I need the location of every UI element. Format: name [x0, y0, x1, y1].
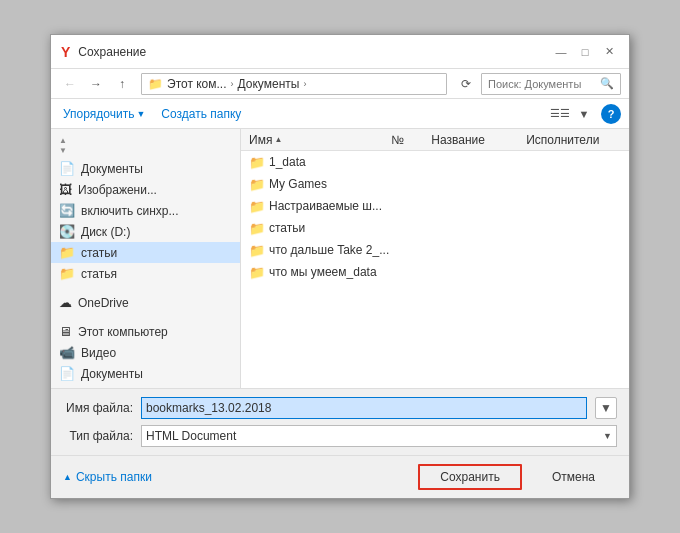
sidebar-item-label: статья — [81, 267, 232, 281]
search-icon: 🔍 — [600, 77, 614, 90]
documents-icon: 📄 — [59, 366, 75, 381]
folder-icon: 📁 — [249, 155, 265, 170]
file-name: что мы умеем_data — [269, 265, 398, 279]
list-view-button[interactable]: ☰☰ — [549, 103, 571, 125]
sidebar-item-video[interactable]: 📹 Видео — [51, 342, 240, 363]
filetype-row: Тип файла: HTML Document ▼ — [63, 425, 617, 447]
file-name: статьи — [269, 221, 398, 235]
file-row[interactable]: 📁 что мы умеем_data — [241, 261, 629, 283]
computer-icon: 🖥 — [59, 324, 72, 339]
window-controls: — □ ✕ — [551, 42, 619, 62]
action-buttons: Сохранить Отмена — [418, 464, 617, 490]
sidebar: ▲ ▼ 📄 Документы 🖼 Изображени... 🔄 включи… — [51, 129, 241, 388]
save-dialog: Y Сохранение — □ ✕ ← → ↑ 📁 Этот ком... ›… — [50, 34, 630, 499]
sidebar-item-label: Видео — [81, 346, 232, 360]
sidebar-item-sync[interactable]: 🔄 включить синхр... — [51, 200, 240, 221]
up-button[interactable]: ↑ — [111, 73, 133, 95]
folder-icon: 📁 — [59, 266, 75, 281]
sidebar-item-documents2[interactable]: 📄 Документы — [51, 363, 240, 384]
folder-icon: 📁 — [59, 245, 75, 260]
file-row[interactable]: 📁 1_data — [241, 151, 629, 173]
filetype-dropdown-icon: ▼ — [603, 431, 612, 441]
sidebar-item-images[interactable]: 🖼 Изображени... — [51, 179, 240, 200]
folder-icon: 📁 — [249, 199, 265, 214]
address-bar[interactable]: 📁 Этот ком... › Документы › — [141, 73, 447, 95]
refresh-button[interactable]: ⟳ — [455, 73, 477, 95]
sidebar-scroll-down[interactable]: ▼ — [59, 146, 67, 155]
sidebar-scroll-up[interactable]: ▲ — [59, 136, 67, 145]
arrange-button[interactable]: Упорядочить ▼ — [59, 105, 149, 123]
filename-dropdown-button[interactable]: ▼ — [595, 397, 617, 419]
sync-icon: 🔄 — [59, 203, 75, 218]
filename-input[interactable] — [141, 397, 587, 419]
disk-icon: 💽 — [59, 224, 75, 239]
file-row[interactable]: 📁 статьи — [241, 217, 629, 239]
create-folder-button[interactable]: Создать папку — [157, 105, 245, 123]
close-button[interactable]: ✕ — [599, 42, 619, 62]
file-row[interactable]: 📁 My Games — [241, 173, 629, 195]
column-num[interactable]: № — [391, 133, 431, 147]
column-title[interactable]: Название — [431, 133, 526, 147]
sidebar-divider — [51, 284, 240, 292]
file-row[interactable]: 📁 что дальше Take 2_... — [241, 239, 629, 261]
folder-icon: 📁 — [249, 177, 265, 192]
search-input[interactable] — [488, 78, 596, 90]
column-name[interactable]: Имя ▲ — [249, 133, 391, 147]
hide-folders-label: Скрыть папки — [76, 470, 152, 484]
folder-icon: 📁 — [249, 221, 265, 236]
address-folder-icon: 📁 — [148, 77, 163, 91]
onedrive-icon: ☁ — [59, 295, 72, 310]
sidebar-item-label: статьи — [81, 246, 232, 260]
address-part1: Этот ком... — [167, 77, 227, 91]
column-title-label: Название — [431, 133, 485, 147]
view-buttons: ☰☰ ▼ ? — [549, 103, 621, 125]
bottom-bar: Имя файла: ▼ Тип файла: HTML Document ▼ — [51, 388, 629, 455]
search-box[interactable]: 🔍 — [481, 73, 621, 95]
folder-icon: 📁 — [249, 243, 265, 258]
arrange-label: Упорядочить — [63, 107, 134, 121]
sidebar-item-this-pc[interactable]: 🖥 Этот компьютер — [51, 321, 240, 342]
sidebar-divider — [51, 313, 240, 321]
column-num-label: № — [391, 133, 404, 147]
filename-label: Имя файла: — [63, 401, 133, 415]
forward-button[interactable]: → — [85, 73, 107, 95]
sidebar-item-label: включить синхр... — [81, 204, 232, 218]
hide-folders-button[interactable]: ▲ Скрыть папки — [63, 470, 152, 484]
column-artist-label: Исполнители — [526, 133, 599, 147]
sidebar-item-stati[interactable]: 📁 статьи — [51, 242, 240, 263]
navigation-toolbar: ← → ↑ 📁 Этот ком... › Документы › ⟳ 🔍 — [51, 69, 629, 99]
column-name-label: Имя — [249, 133, 272, 147]
main-content: ▲ ▼ 📄 Документы 🖼 Изображени... 🔄 включи… — [51, 129, 629, 388]
sidebar-header: ▲ ▼ — [51, 133, 240, 158]
save-button[interactable]: Сохранить — [418, 464, 522, 490]
sidebar-item-onedrive[interactable]: ☁ OneDrive — [51, 292, 240, 313]
sidebar-item-documents[interactable]: 📄 Документы — [51, 158, 240, 179]
create-folder-label: Создать папку — [161, 107, 241, 121]
arrange-dropdown-icon: ▼ — [136, 109, 145, 119]
help-button[interactable]: ? — [601, 104, 621, 124]
file-name: что дальше Take 2_... — [269, 243, 398, 257]
filetype-label: Тип файла: — [63, 429, 133, 443]
view-dropdown-button[interactable]: ▼ — [573, 103, 595, 125]
sidebar-item-label: Этот компьютер — [78, 325, 232, 339]
file-name: Настраиваемые ш... — [269, 199, 398, 213]
sidebar-item-label: OneDrive — [78, 296, 232, 310]
filetype-select[interactable]: HTML Document ▼ — [141, 425, 617, 447]
sidebar-item-label: Документы — [81, 367, 232, 381]
file-row[interactable]: 📁 Настраиваемые ш... — [241, 195, 629, 217]
back-button[interactable]: ← — [59, 73, 81, 95]
sidebar-item-label: Документы — [81, 162, 232, 176]
file-list-header: Имя ▲ № Название Исполнители — [241, 129, 629, 151]
dialog-title: Сохранение — [78, 45, 551, 59]
video-icon: 📹 — [59, 345, 75, 360]
cancel-button[interactable]: Отмена — [530, 464, 617, 490]
sidebar-item-disk-d[interactable]: 💽 Диск (D:) — [51, 221, 240, 242]
sidebar-scroll-controls: ▲ ▼ — [59, 136, 67, 155]
maximize-button[interactable]: □ — [575, 42, 595, 62]
address-chevron2: › — [303, 79, 306, 89]
minimize-button[interactable]: — — [551, 42, 571, 62]
file-list: Имя ▲ № Название Исполнители 📁 1_data — [241, 129, 629, 388]
sidebar-item-statya[interactable]: 📁 статья — [51, 263, 240, 284]
file-name: 1_data — [269, 155, 398, 169]
column-artist[interactable]: Исполнители — [526, 133, 621, 147]
